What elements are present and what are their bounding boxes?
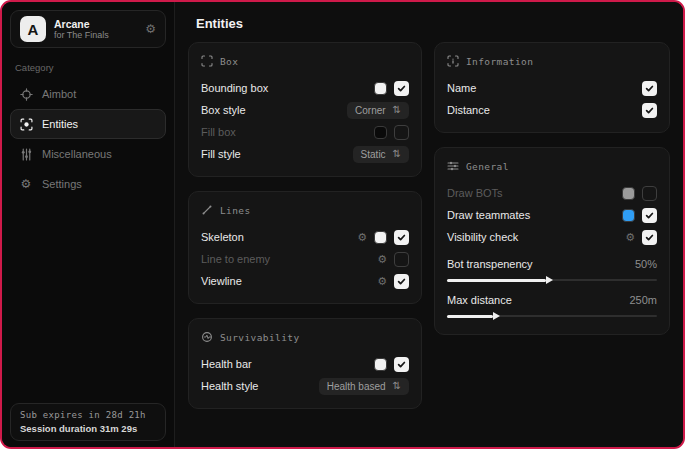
- row-controls: [622, 186, 657, 201]
- card-box: BoxBounding boxBox styleCorner⇅Fill boxF…: [188, 42, 422, 177]
- color-swatch[interactable]: [622, 187, 635, 200]
- dropdown[interactable]: Static⇅: [353, 146, 409, 163]
- card-columns: BoxBounding boxBox styleCorner⇅Fill boxF…: [188, 42, 670, 409]
- slider-value: 50%: [635, 258, 657, 270]
- checkbox[interactable]: [642, 208, 657, 223]
- card-header: Lines: [201, 204, 409, 216]
- setting-row-visibility-check: Visibility check⚙: [447, 226, 657, 248]
- setting-row-viewline: Viewline⚙: [201, 270, 409, 292]
- app-window: A Arcane for The Finals ⚙ Category Aimbo…: [0, 0, 685, 449]
- setting-row-fill-box: Fill box: [201, 121, 409, 143]
- checkbox[interactable]: [394, 274, 409, 289]
- color-swatch[interactable]: [374, 358, 387, 371]
- gear-icon[interactable]: ⚙: [625, 232, 635, 243]
- card-survivability: SurvivabilityHealth barHealth styleHealt…: [188, 318, 422, 409]
- slider-row-max-distance: Max distance250m: [447, 291, 657, 320]
- pulse-circle-icon: [201, 331, 213, 343]
- color-swatch[interactable]: [622, 209, 635, 222]
- page-title: Entities: [196, 16, 670, 31]
- checkbox[interactable]: [394, 230, 409, 245]
- checkbox[interactable]: [642, 103, 657, 118]
- setting-label: Fill box: [201, 126, 374, 138]
- setting-label: Distance: [447, 104, 642, 116]
- row-controls: [374, 81, 409, 96]
- left-column: BoxBounding boxBox styleCorner⇅Fill boxF…: [188, 42, 422, 409]
- gear-outline-icon: ⚙: [19, 177, 33, 191]
- slider-track[interactable]: [447, 275, 657, 284]
- checkbox[interactable]: [394, 252, 409, 267]
- card-header: Survivability: [201, 331, 409, 343]
- session-duration-text: Session duration 31m 29s: [20, 423, 156, 434]
- setting-label: Visibility check: [447, 231, 625, 243]
- row-controls: [642, 81, 657, 96]
- main-panel: Entities BoxBounding boxBox styleCorner⇅…: [175, 2, 685, 447]
- sliders-vertical-icon: [19, 147, 33, 161]
- box-corners-icon: [201, 55, 213, 67]
- setting-row-box-style: Box styleCorner⇅: [201, 99, 409, 121]
- gear-icon[interactable]: ⚙: [377, 254, 387, 265]
- setting-label: Name: [447, 82, 642, 94]
- slider-row-bot-transpenency: Bot transpenency50%: [447, 255, 657, 284]
- setting-row-line-to-enemy: Line to enemy⚙: [201, 248, 409, 270]
- slider-fill: [447, 315, 493, 318]
- color-swatch[interactable]: [374, 82, 387, 95]
- card-lines: LinesSkeleton⚙Line to enemy⚙Viewline⚙: [188, 191, 422, 304]
- checkbox[interactable]: [394, 81, 409, 96]
- checkbox[interactable]: [642, 186, 657, 201]
- sidebar-item-aimbot[interactable]: Aimbot: [10, 79, 166, 109]
- checkbox[interactable]: [394, 357, 409, 372]
- slider-header: Max distance250m: [447, 291, 657, 309]
- sidebar-item-entities[interactable]: Entities: [10, 109, 166, 139]
- dropdown-value: Health based: [327, 381, 386, 392]
- setting-label: Health style: [201, 380, 319, 392]
- checkbox[interactable]: [394, 125, 409, 140]
- dropdown[interactable]: Corner⇅: [347, 102, 409, 119]
- slider-label: Bot transpenency: [447, 258, 635, 270]
- gear-icon[interactable]: ⚙: [145, 22, 156, 36]
- app-title: Arcane: [54, 18, 137, 30]
- subscription-info-box: Sub expires in 28d 21h Session duration …: [10, 403, 166, 441]
- slider-fill: [447, 279, 546, 282]
- dropdown[interactable]: Health based⇅: [319, 378, 409, 395]
- checkbox[interactable]: [642, 230, 657, 245]
- row-controls: ⚙: [357, 230, 409, 245]
- slider-track[interactable]: [447, 311, 657, 320]
- app-subtitle: for The Finals: [54, 30, 137, 40]
- gear-icon[interactable]: ⚙: [357, 232, 367, 243]
- sub-expiry-text: Sub expires in 28d 21h: [20, 410, 156, 420]
- sidebar-item-label: Settings: [42, 178, 82, 190]
- sidebar-item-miscellaneous[interactable]: Miscellaneous: [10, 139, 166, 169]
- app-logo: A: [20, 16, 46, 42]
- color-swatch[interactable]: [374, 231, 387, 244]
- setting-label: Fill style: [201, 148, 353, 160]
- category-label: Category: [15, 62, 174, 73]
- setting-row-skeleton: Skeleton⚙: [201, 226, 409, 248]
- setting-label: Draw BOTs: [447, 187, 622, 199]
- unfold-icon: ⇅: [393, 381, 401, 391]
- scan-target-icon: [19, 117, 33, 131]
- unfold-icon: ⇅: [393, 149, 401, 159]
- setting-label: Line to enemy: [201, 253, 377, 265]
- row-controls: ⚙: [625, 230, 657, 245]
- card-title: Lines: [220, 205, 251, 216]
- setting-row-fill-style: Fill styleStatic⇅: [201, 143, 409, 165]
- row-controls: [374, 125, 409, 140]
- row-controls: ⚙: [377, 274, 409, 289]
- slider-thumb[interactable]: [546, 276, 553, 284]
- color-swatch[interactable]: [374, 126, 387, 139]
- setting-row-health-bar: Health bar: [201, 353, 409, 375]
- sidebar-item-label: Miscellaneous: [42, 148, 112, 160]
- row-controls: [622, 208, 657, 223]
- sidebar: A Arcane for The Finals ⚙ Category Aimbo…: [2, 2, 175, 447]
- info-target-icon: [447, 55, 459, 67]
- row-controls: [642, 103, 657, 118]
- dropdown-value: Static: [361, 149, 386, 160]
- row-controls: Static⇅: [353, 146, 409, 163]
- sidebar-item-settings[interactable]: ⚙Settings: [10, 169, 166, 199]
- row-controls: Corner⇅: [347, 102, 409, 119]
- setting-row-distance: Distance: [447, 99, 657, 121]
- checkbox[interactable]: [642, 81, 657, 96]
- row-controls: [374, 357, 409, 372]
- slider-thumb[interactable]: [493, 312, 500, 320]
- gear-icon[interactable]: ⚙: [377, 276, 387, 287]
